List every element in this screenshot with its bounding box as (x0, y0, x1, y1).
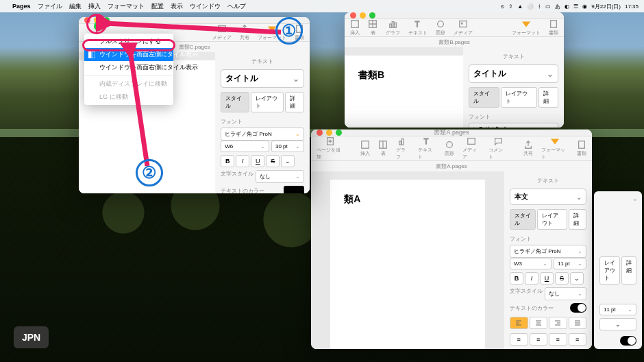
font-size-field[interactable]: 11 pt⌄ (599, 304, 636, 315)
strike-button[interactable]: S (555, 272, 569, 285)
app-menu[interactable]: Pages (12, 3, 31, 10)
document-page[interactable]: 書類B (345, 56, 463, 128)
status-icon[interactable]: ▲ (517, 3, 523, 10)
more-button[interactable]: ⌄ (570, 272, 584, 285)
menu-file[interactable]: ファイル (38, 2, 62, 11)
bluetooth-icon[interactable]: ᚼ (538, 3, 541, 10)
menu-view[interactable]: 表示 (171, 2, 183, 11)
tool-doc[interactable]: 書類 (577, 140, 586, 157)
tab-more[interactable]: 詳細 (621, 256, 636, 285)
close-button[interactable] (350, 12, 356, 19)
fullscreen-button[interactable] (369, 12, 375, 19)
underline-button[interactable]: U (251, 155, 264, 167)
tool-share[interactable]: 共有 (523, 140, 533, 157)
tool-shape[interactable]: 図形 (436, 19, 445, 36)
status-icon[interactable]: ⎋ (501, 3, 504, 10)
underline-button[interactable]: U (540, 272, 554, 285)
tab-style[interactable]: スタイル (469, 87, 499, 108)
more-button[interactable]: ⌄ (281, 155, 295, 167)
collapse-icon[interactable]: » (599, 197, 636, 203)
tab-style[interactable]: スタイル (510, 209, 536, 230)
status-icon[interactable]: あ (555, 3, 560, 10)
status-icon[interactable]: ☰ (573, 3, 578, 10)
menu-insert[interactable]: 挿入 (88, 2, 101, 11)
font-size-field[interactable]: 30 pt⌄ (271, 141, 304, 152)
window-b[interactable]: 挿入 表 グラフ Tテキスト 図形 メディア フォーマット 書類 書類B.pag… (345, 12, 564, 128)
menu-format[interactable]: フォーマット (108, 2, 145, 11)
menubar-date[interactable]: 9月22日(日) (591, 3, 621, 10)
font-family-select[interactable]: ヒラギノ角ゴ ProN⌄ (510, 245, 586, 258)
tool-media[interactable]: メディア (462, 136, 481, 160)
status-icon[interactable]: ◐ (565, 3, 569, 10)
tool-doc[interactable]: 書類 (549, 19, 558, 36)
paragraph-style-select[interactable]: 本文⌄ (510, 189, 586, 205)
tab-more[interactable]: 詳細 (569, 209, 586, 230)
status-icon[interactable]: ⇧ (508, 3, 513, 10)
menubar-time[interactable]: 17:35 (625, 3, 639, 10)
font-size-field[interactable]: 11 pt⌄ (554, 258, 586, 269)
italic-button[interactable]: I (236, 155, 249, 167)
tool-table[interactable]: 表 (368, 19, 377, 36)
minimize-button[interactable] (326, 130, 332, 136)
menu-arrange[interactable]: 配置 (151, 2, 164, 11)
tool-insert[interactable]: 挿入 (360, 140, 370, 157)
text-color-swatch[interactable] (284, 186, 304, 193)
tool-add-page[interactable]: ページを追加 (317, 136, 344, 160)
tab-layout[interactable]: レイアウト (501, 87, 537, 108)
font-weight-select[interactable]: W3⌄ (510, 258, 552, 269)
battery-icon[interactable]: ▭ (545, 3, 551, 10)
tab-layout[interactable]: レイアウト (599, 256, 620, 285)
tab-layout[interactable]: レイアウト (251, 92, 284, 112)
bold-button[interactable]: B (221, 155, 234, 167)
strike-button[interactable]: S (266, 155, 280, 167)
tool-comment[interactable]: コメント (488, 136, 507, 160)
align-right-button[interactable] (549, 317, 567, 329)
menu-window[interactable]: ウインドウ (190, 2, 221, 11)
tool-format[interactable]: フォーマット (541, 136, 569, 160)
char-style-select[interactable]: なし⌄ (256, 170, 304, 183)
callout-two: ② (136, 159, 163, 186)
document-page[interactable]: 類A (330, 180, 485, 349)
status-icon[interactable]: ◉ (582, 3, 587, 10)
list-indent-button[interactable]: ≡ (569, 333, 587, 346)
tool-media[interactable]: メディア (454, 19, 473, 36)
char-style-select[interactable]: なし⌄ (545, 287, 586, 300)
tab-more[interactable]: 詳細 (285, 92, 304, 112)
more-button[interactable]: ⌄ (599, 318, 636, 330)
titlebar[interactable]: 書類A.pages (311, 130, 592, 136)
italic-button[interactable]: I (525, 272, 538, 285)
align-left-button[interactable] (510, 317, 528, 329)
tool-table[interactable]: 表 (378, 140, 388, 157)
font-family-select[interactable]: ヒラギノ角ゴ ProN⌄ (469, 123, 558, 128)
bold-button[interactable]: B (510, 272, 523, 285)
list-outdent-button[interactable]: ≡ (549, 333, 567, 346)
indent-button[interactable]: ≡ (530, 333, 548, 346)
menu-help[interactable]: ヘルプ (227, 2, 246, 11)
tab-more[interactable]: 詳細 (538, 87, 558, 108)
text-color-swatch[interactable] (570, 303, 586, 313)
outdent-button[interactable]: ≡ (510, 333, 528, 346)
menu-edit[interactable]: 編集 (69, 2, 82, 11)
font-family-select[interactable]: ヒラギノ角ゴ ProN⌄ (221, 128, 304, 141)
fullscreen-button[interactable] (336, 130, 342, 136)
tool-view[interactable]: 挿入 (350, 19, 360, 36)
paragraph-style-select[interactable]: タイトル⌄ (469, 64, 558, 83)
tool-chart[interactable]: グラフ (396, 136, 410, 160)
tool-shape[interactable]: 図形 (445, 140, 454, 157)
tool-text[interactable]: Tテキスト (418, 136, 436, 160)
color-swatch[interactable] (620, 336, 636, 346)
titlebar[interactable] (345, 12, 564, 19)
align-justify-button[interactable] (569, 317, 587, 329)
tool-chart[interactable]: グラフ (386, 19, 400, 36)
align-center-button[interactable] (530, 317, 548, 329)
close-button[interactable] (317, 130, 323, 136)
tab-style[interactable]: スタイル (221, 92, 249, 112)
window-a[interactable]: 書類A.pages ページを追加 挿入 表 グラフ Tテキスト 図形 メディア … (311, 130, 592, 349)
minimize-button[interactable] (360, 12, 366, 19)
wifi-icon[interactable]: ⚪ (527, 3, 534, 10)
tab-layout[interactable]: レイアウト (537, 209, 567, 230)
font-weight-select[interactable]: W6⌄ (221, 141, 269, 152)
paragraph-style-select[interactable]: タイトル⌄ (221, 69, 304, 88)
tool-format[interactable]: フォーマット (512, 19, 541, 36)
tool-text[interactable]: Tテキスト (408, 19, 428, 36)
